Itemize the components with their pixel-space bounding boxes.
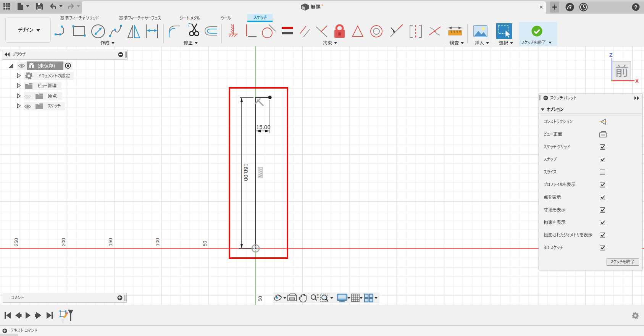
- svg-text:?: ?: [634, 4, 638, 10]
